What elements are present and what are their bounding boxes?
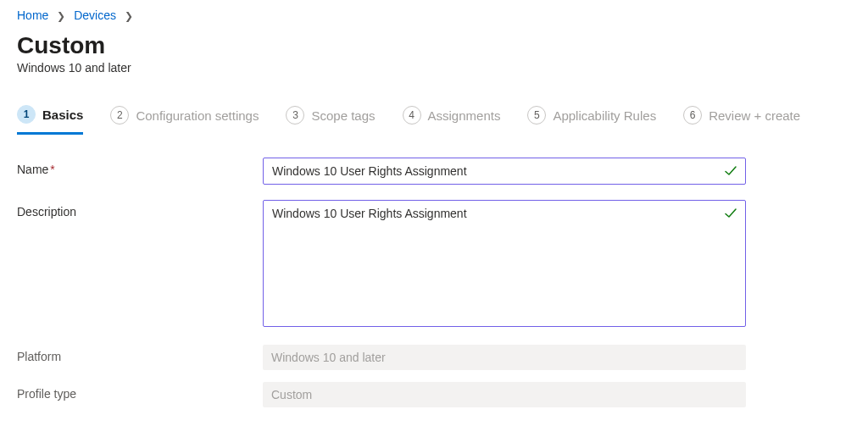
step-applicability-rules[interactable]: 5 Applicability Rules [527,106,656,133]
name-label: Name* [17,158,263,176]
platform-value: Windows 10 and later [263,345,746,370]
step-label: Assignments [428,108,501,123]
form-row-name: Name* [17,158,851,185]
required-indicator: * [50,163,54,176]
step-label: Basics [42,108,83,122]
breadcrumb-link-home[interactable]: Home [17,8,48,22]
page-title: Custom [17,32,851,59]
page-subtitle: Windows 10 and later [17,61,851,75]
step-number: 5 [527,106,546,124]
wizard-steps: 1 Basics 2 Configuration settings 3 Scop… [17,105,851,134]
step-basics[interactable]: 1 Basics [17,105,83,135]
step-label: Review + create [709,108,800,123]
step-label: Applicability Rules [553,108,656,123]
profile-type-value: Custom [263,382,746,407]
breadcrumb-link-devices[interactable]: Devices [74,8,116,22]
chevron-right-icon: ❯ [125,10,133,22]
description-input-wrap [263,200,746,329]
chevron-right-icon: ❯ [57,10,65,22]
platform-label: Platform [17,345,263,363]
step-number: 2 [110,106,129,124]
form-row-platform: Platform Windows 10 and later [17,345,851,370]
step-configuration-settings[interactable]: 2 Configuration settings [110,106,259,133]
step-label: Configuration settings [136,108,259,123]
step-assignments[interactable]: 4 Assignments [403,106,501,133]
form-row-description: Description [17,200,851,329]
step-review-create[interactable]: 6 Review + create [683,106,800,133]
name-input[interactable] [263,158,746,185]
step-number: 1 [17,105,36,124]
breadcrumb: Home ❯ Devices ❯ [17,0,851,29]
name-input-wrap [263,158,746,185]
step-label: Scope tags [311,108,375,123]
step-number: 6 [683,106,702,124]
step-number: 3 [286,106,304,124]
step-number: 4 [403,106,421,124]
step-scope-tags[interactable]: 3 Scope tags [286,106,375,133]
description-input[interactable] [263,200,746,327]
form-row-profile-type: Profile type Custom [17,382,851,407]
profile-type-label: Profile type [17,382,263,401]
description-label: Description [17,200,263,219]
